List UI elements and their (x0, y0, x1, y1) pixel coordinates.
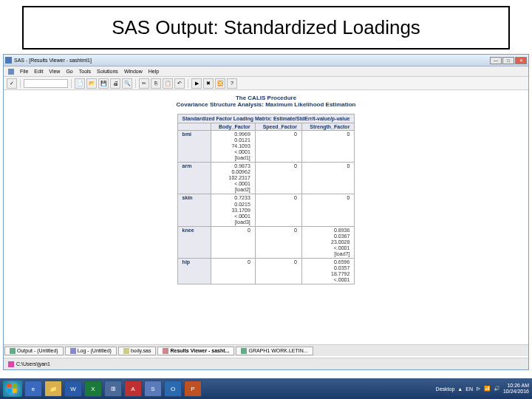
proc-subtitle: Covariance Structure Analysis: Maximum L… (11, 101, 521, 108)
menu-edit[interactable]: Edit (34, 69, 43, 74)
cell: 0 (301, 194, 354, 226)
table-row: knee 0 0 0.8936 0.0367 23.0028 <.0001 [l… (177, 226, 355, 258)
minimize-button[interactable]: — (490, 57, 502, 64)
paste-icon[interactable]: 📋 (163, 78, 173, 89)
tab-output[interactable]: Output - (Untitled) (4, 347, 64, 355)
tray-lang[interactable]: EN (466, 386, 473, 392)
sas-window: SAS - [Results Viewer - sashtml1] — □ ✕ … (3, 54, 529, 370)
row-bmi: bmi (177, 131, 211, 163)
svg-rect-2 (7, 389, 12, 393)
menu-go[interactable]: Go (66, 69, 72, 74)
sas-doc-icon (8, 69, 14, 75)
start-button[interactable] (3, 381, 22, 397)
tray-flag-icon[interactable]: 🏳 (476, 386, 481, 392)
taskbar-ie-icon[interactable]: e (24, 381, 42, 397)
cell: 0.6596 0.0357 18.7792 <.0001 (301, 258, 354, 284)
tray-desktop[interactable]: Desktop (436, 386, 455, 392)
tray-network-icon[interactable]: 📶 (484, 386, 491, 392)
menu-tools[interactable]: Tools (79, 69, 91, 74)
col-strength: Strength_Factor (301, 123, 354, 131)
window-title: SAS - [Results Viewer - sashtml1] (14, 58, 92, 63)
table-row: bmi 0.9969 0.0121 74.1093 <.0001 [load1]… (177, 131, 355, 163)
tray-clock[interactable]: 10:26 AM 10/24/2016 (503, 383, 529, 394)
proc-title: The CALIS Procedure (11, 95, 521, 101)
cell: 0 (255, 163, 301, 194)
table-caption: Standardized Factor Loading Matrix: Esti… (177, 115, 355, 123)
cell: 0 (255, 258, 301, 284)
command-box[interactable] (24, 79, 68, 88)
taskbar-outlook-icon[interactable]: O (164, 381, 182, 397)
taskbar-app-icon[interactable]: ⊞ (104, 381, 122, 397)
check-icon[interactable]: ✓ (7, 78, 17, 89)
explorer-icon[interactable]: 🔀 (215, 78, 225, 89)
menu-file[interactable]: File (20, 69, 28, 74)
row-skin: skin (177, 194, 211, 226)
menu-window[interactable]: Window (124, 69, 143, 74)
window-tabs: Output - (Untitled) Log - (Untitled) bod… (4, 344, 528, 356)
cut-icon[interactable]: ✂ (139, 78, 149, 89)
cell: 0 (255, 131, 301, 163)
cell: 0.9873 0.00962 102.2317 <.0001 [load2] (211, 163, 255, 194)
svg-rect-1 (13, 383, 17, 388)
table-row: hip 0 0 0.6596 0.0357 18.7792 <.0001 (177, 258, 355, 284)
col-body: Body_Factor (211, 123, 255, 131)
row-arm: arm (177, 163, 211, 194)
clear-icon[interactable]: ✖ (203, 78, 214, 89)
slide-title-box: SAS Output: Standardized Loadings (22, 6, 510, 50)
taskbar-explorer-icon[interactable]: 📁 (44, 381, 62, 397)
maximize-button[interactable]: □ (502, 57, 514, 64)
cell: 0 (255, 194, 301, 226)
row-hip: hip (177, 258, 211, 284)
cell: 0 (301, 131, 354, 163)
submit-icon[interactable]: ▶ (191, 78, 202, 89)
menubar: File Edit View Go Tools Solutions Window… (4, 66, 528, 77)
save-icon[interactable]: 💾 (98, 78, 109, 89)
undo-icon[interactable]: ↶ (174, 78, 185, 89)
sas-app-icon (5, 57, 12, 64)
tray-up-icon[interactable]: ▲ (457, 386, 463, 392)
help-icon[interactable]: ? (227, 78, 237, 89)
taskbar-powerpoint-icon[interactable]: P (184, 381, 202, 397)
cell: 0 (211, 258, 255, 284)
results-viewer[interactable]: The CALIS Procedure Covariance Structure… (4, 90, 528, 345)
slide-title: SAS Output: Standardized Loadings (31, 16, 501, 39)
menu-solutions[interactable]: Solutions (97, 69, 118, 74)
print-icon[interactable]: 🖨 (110, 78, 120, 89)
svg-rect-0 (7, 383, 12, 388)
tab-results[interactable]: Results Viewer - sasht... (157, 347, 234, 355)
cell: 0.9969 0.0121 74.1093 <.0001 [load1] (211, 131, 255, 163)
menu-help[interactable]: Help (149, 69, 159, 74)
table-row: skin 0.7233 0.0215 33.1709 <.0001 [load3… (177, 194, 355, 226)
windows-taskbar: e 📁 W X ⊞ A S O P Desktop ▲ EN 🏳 📶 🔊 10:… (0, 378, 532, 399)
new-icon[interactable]: 📄 (75, 78, 85, 89)
table-row: arm 0.9873 0.00962 102.2317 <.0001 [load… (177, 163, 355, 194)
cell: 0.8936 0.0367 23.0028 <.0001 [load7] (301, 226, 354, 258)
cell: 0 (211, 226, 255, 258)
cell: 0 (301, 163, 354, 194)
col-speed: Speed_Factor (255, 123, 301, 131)
taskbar-sas-icon[interactable]: S (144, 381, 162, 397)
preview-icon[interactable]: 🔍 (122, 78, 132, 89)
close-button[interactable]: ✕ (515, 57, 527, 64)
toolbar: ✓ 📄 📂 💾 🖨 🔍 ✂ ⎘ 📋 ↶ ▶ ✖ 🔀 ? (4, 77, 528, 90)
status-icon (8, 361, 14, 367)
system-tray[interactable]: Desktop ▲ EN 🏳 📶 🔊 10:26 AM 10/24/2016 (436, 383, 529, 394)
cell: 0.7233 0.0215 33.1709 <.0001 [load3] (211, 194, 255, 226)
titlebar[interactable]: SAS - [Results Viewer - sashtml1] — □ ✕ (4, 55, 528, 66)
statusbar: C:\Users\jyan1 (4, 358, 528, 369)
tab-log[interactable]: Log - (Untitled) (65, 347, 117, 355)
taskbar-excel-icon[interactable]: X (84, 381, 102, 397)
taskbar-pdf-icon[interactable]: A (124, 381, 142, 397)
tab-graph[interactable]: GRAPH1 WORK.LETIN... (236, 347, 313, 355)
taskbar-word-icon[interactable]: W (64, 381, 82, 397)
row-knee: knee (177, 226, 211, 258)
status-path: C:\Users\jyan1 (16, 361, 50, 366)
loadings-table: Standardized Factor Loading Matrix: Esti… (177, 114, 355, 284)
open-icon[interactable]: 📂 (86, 78, 97, 89)
menu-view[interactable]: View (49, 69, 60, 74)
window-controls: — □ ✕ (490, 57, 527, 64)
tray-volume-icon[interactable]: 🔊 (494, 386, 500, 392)
copy-icon[interactable]: ⎘ (151, 78, 161, 89)
cell: 0 (255, 226, 301, 258)
tab-body[interactable]: body.sas (118, 347, 157, 355)
